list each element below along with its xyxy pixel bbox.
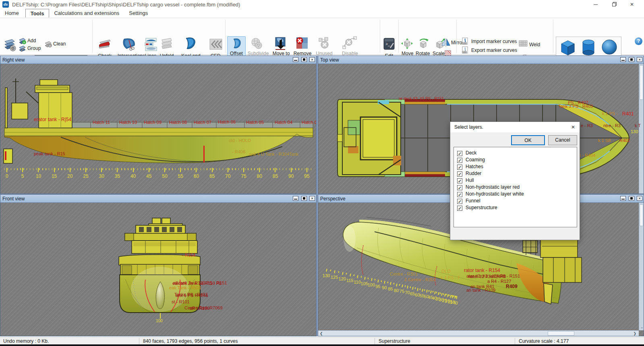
viewport-minimize-button[interactable] bbox=[620, 196, 626, 201]
status-bar: Undo memory : 0 Kb. 840 faces, 1793 edge… bbox=[0, 337, 644, 344]
clean-layers-button[interactable]: x bbox=[44, 41, 52, 49]
right-view-header[interactable]: Right view bbox=[0, 56, 316, 64]
annotation-label: Hatch 05 bbox=[246, 120, 264, 125]
layer-row-deck[interactable]: ✓Deck bbox=[454, 149, 577, 156]
viewport-maximize-button[interactable] bbox=[629, 57, 634, 62]
layer-row-funnel[interactable]: ✓Funnel bbox=[454, 197, 577, 204]
check-model-button[interactable] bbox=[97, 37, 112, 54]
ok-button[interactable]: OK bbox=[511, 135, 545, 145]
select-layers-dialog: Select layers. ✕ OK Cancel ✓Deck✓Coaming… bbox=[450, 122, 580, 240]
annotation-label: nater #2 #3a#24R8 bbox=[468, 274, 506, 279]
layer-row-superstructure[interactable]: ✓Superstructure bbox=[454, 204, 577, 210]
perspective-horizontal-scrollbar[interactable]: ❮ ❯ bbox=[318, 330, 639, 336]
move-button[interactable] bbox=[401, 38, 413, 51]
layer-checkbox[interactable]: ✓ bbox=[457, 206, 462, 211]
window-restore-button[interactable] bbox=[606, 0, 622, 9]
unfold-button[interactable] bbox=[160, 37, 173, 54]
scrollbar-thumb[interactable] bbox=[640, 204, 643, 226]
scroll-right-arrow-icon[interactable]: ❯ bbox=[633, 331, 636, 336]
annotation-label: 100 bbox=[156, 319, 163, 323]
intersections-button[interactable] bbox=[121, 37, 137, 54]
annotation-label: - R154 bbox=[182, 253, 195, 257]
edit-script-button[interactable]: >_ bbox=[383, 37, 395, 52]
lines-plan-button[interactable] bbox=[144, 37, 158, 54]
group-layer-button[interactable] bbox=[19, 45, 27, 54]
group-separator bbox=[92, 20, 93, 53]
weld-button[interactable] bbox=[519, 40, 528, 49]
viewport-minimize-button[interactable] bbox=[620, 57, 626, 62]
viewport-maximize-button[interactable] bbox=[301, 196, 307, 201]
cancel-button[interactable]: Cancel bbox=[548, 135, 577, 145]
front-view-canvas[interactable]: - R154eak ahl Jank 3a R110 P8all tank 3+… bbox=[0, 203, 316, 336]
subdivide-control-net-button[interactable] bbox=[251, 37, 263, 51]
tab-settings[interactable]: Settings bbox=[124, 9, 153, 18]
viewport-maximize-button[interactable] bbox=[301, 57, 307, 62]
import-marker-curves-button[interactable]: MRK bbox=[462, 37, 469, 47]
viewport-maximize-button[interactable] bbox=[629, 196, 634, 201]
right-view-annotations: erator tank - R|54Hatch 11Hatch 10Hatch … bbox=[0, 64, 316, 194]
annotation-label: 130 bbox=[631, 130, 638, 134]
mirror-button[interactable] bbox=[441, 38, 450, 49]
viewport-minimize-button[interactable] bbox=[293, 196, 298, 201]
annotation-label: aR bR109 bbox=[190, 306, 210, 311]
cilinder-primitive-button[interactable] bbox=[580, 38, 597, 58]
scrollbar-thumb[interactable] bbox=[548, 331, 574, 336]
dialog-title-bar[interactable]: Select layers. ✕ bbox=[450, 122, 580, 132]
group-separator bbox=[553, 20, 553, 53]
annotation-label: all tank 3+ R120 PS - R151 bbox=[173, 281, 227, 285]
box-primitive-button[interactable] bbox=[559, 38, 576, 58]
viewport-close-button[interactable] bbox=[637, 57, 642, 62]
dialog-title: Select layers. bbox=[454, 124, 483, 130]
annotation-label: erator tank - R|54 bbox=[34, 117, 71, 122]
layer-row-non-hydrostatic-layer-red[interactable]: ✓Non-hydrostatic layer red bbox=[454, 183, 577, 190]
top-view-header[interactable]: Top view bbox=[318, 56, 644, 64]
status-separator bbox=[375, 338, 375, 344]
layer-label: Deck bbox=[466, 150, 476, 156]
layer-row-hull[interactable]: ✓Hull bbox=[454, 176, 577, 183]
unused-points-button[interactable] bbox=[317, 37, 330, 51]
edit-layers-button[interactable]: ⚙ bbox=[3, 38, 16, 54]
sphere-primitive-button[interactable] bbox=[601, 38, 618, 58]
viewport-close-button[interactable] bbox=[309, 57, 315, 62]
viewport-close-button[interactable] bbox=[309, 196, 315, 201]
group-separator bbox=[380, 20, 380, 53]
annotation-label: R402 bbox=[619, 138, 630, 143]
ribbon: ⚙ Edit + Add Group x Clean Layers Supers… bbox=[0, 18, 644, 55]
layer-row-rudder[interactable]: ✓Rudder bbox=[454, 169, 577, 176]
tab-tools[interactable]: Tools bbox=[25, 9, 50, 18]
layer-row-hatches[interactable]: ✓Hatches bbox=[454, 163, 577, 169]
annotation-label: old - HOLD bbox=[229, 138, 251, 143]
disable-crease-edges-button[interactable] bbox=[342, 36, 357, 51]
viewport-minimize-button[interactable] bbox=[293, 57, 298, 62]
rotate-button[interactable] bbox=[417, 38, 429, 51]
move-to-base-button[interactable] bbox=[275, 37, 287, 52]
ribbon-help-icon[interactable]: ? bbox=[635, 37, 642, 45]
viewport-close-button[interactable] bbox=[637, 196, 642, 201]
tab-home[interactable]: Home bbox=[0, 9, 24, 18]
right-view-canvas[interactable]: 05101520253035404550556065707580859095 e… bbox=[0, 64, 316, 194]
keel-rudder-icon bbox=[182, 36, 198, 52]
scroll-left-arrow-icon[interactable]: ❮ bbox=[320, 331, 323, 336]
cfd-meshes-button[interactable] bbox=[209, 37, 222, 53]
dialog-close-icon[interactable]: ✕ bbox=[570, 124, 576, 130]
offset-surface-button[interactable] bbox=[231, 37, 242, 51]
keel-rudder-wizard-button[interactable] bbox=[182, 36, 198, 54]
annotation-label: Hatch 06 bbox=[218, 120, 236, 124]
remove-sb-side-button[interactable] bbox=[296, 37, 309, 51]
mirror-icon bbox=[441, 38, 450, 47]
scroll-down-arrow-icon[interactable]: ⌄ bbox=[640, 325, 644, 330]
annotation-label: e - R3 bbox=[581, 124, 593, 128]
tab-calculations-and-extensions[interactable]: Calculations and extensions bbox=[49, 9, 124, 18]
window-minimize-button[interactable] bbox=[588, 0, 604, 9]
layer-row-coaming[interactable]: ✓Coaming bbox=[454, 156, 577, 163]
annotation-label: k T bbox=[635, 124, 641, 128]
export-marker-curves-button[interactable]: MRK bbox=[462, 46, 469, 56]
perspective-vertical-scrollbar[interactable]: ⌄ bbox=[639, 203, 644, 330]
group-layer-label: Group bbox=[27, 46, 41, 51]
group-separator bbox=[398, 20, 399, 53]
window-close-button[interactable]: ✕ bbox=[624, 0, 640, 9]
front-view-header[interactable]: Front view bbox=[0, 195, 316, 203]
layer-row-non-hydrostatic-layer-white[interactable]: ✓Non-hydrostatic layer white bbox=[454, 190, 577, 197]
layer-label: Coaming bbox=[466, 157, 485, 163]
status-separator bbox=[139, 338, 139, 344]
